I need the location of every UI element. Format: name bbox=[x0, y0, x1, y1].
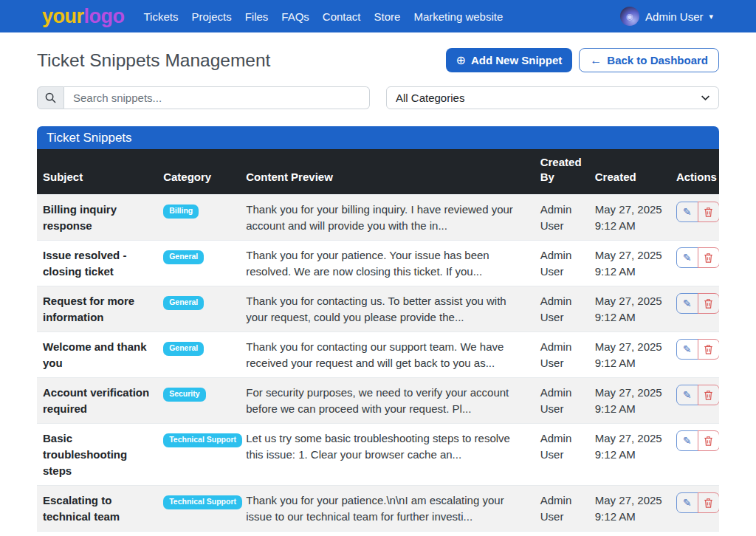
site-logo[interactable]: yourlogo bbox=[42, 5, 125, 28]
created-date: May 27, 2025 bbox=[595, 247, 664, 264]
col-actions: Actions bbox=[670, 149, 719, 195]
content-preview: Let us try some basic troubleshooting st… bbox=[240, 424, 534, 486]
nav-link-store[interactable]: Store bbox=[374, 10, 401, 23]
category-badge: General bbox=[163, 296, 204, 310]
table-row: Escalating to technical team Technical S… bbox=[37, 486, 719, 532]
nav-link-projects[interactable]: Projects bbox=[191, 10, 231, 23]
snippet-category-cell: Billing bbox=[157, 195, 240, 241]
nav-link-contact[interactable]: Contact bbox=[323, 10, 361, 23]
table-row: Billing inquiry response Billing Thank y… bbox=[37, 195, 719, 241]
user-name: Admin User bbox=[645, 10, 703, 23]
content-preview: For security purposes, we need to verify… bbox=[240, 378, 534, 424]
col-subject: Subject bbox=[37, 149, 157, 195]
user-avatar: ◉ bbox=[620, 7, 639, 26]
edit-button[interactable]: ✎ bbox=[676, 293, 698, 314]
delete-button[interactable] bbox=[698, 430, 719, 451]
created-date: May 27, 2025 bbox=[595, 202, 664, 218]
snippet-subject: Password reset instructions bbox=[37, 532, 157, 536]
table-row: Issue resolved - closing ticket General … bbox=[37, 241, 719, 286]
card-title: Ticket Snippets bbox=[37, 126, 719, 149]
snippet-subject: Request for more information bbox=[37, 286, 157, 332]
category-badge: Security bbox=[163, 388, 205, 402]
edit-button[interactable]: ✎ bbox=[676, 430, 698, 451]
back-to-dashboard-label: Back to Dashboard bbox=[607, 54, 708, 66]
delete-button[interactable] bbox=[698, 492, 719, 513]
delete-button[interactable] bbox=[698, 202, 719, 222]
created-by: Admin User bbox=[535, 532, 589, 536]
snippets-card: Ticket Snippets Subject Category Content… bbox=[37, 126, 719, 536]
snippet-category-cell: General bbox=[157, 241, 240, 286]
pencil-icon: ✎ bbox=[683, 389, 692, 401]
created-date: May 27, 2025 bbox=[595, 339, 664, 355]
actions-cell: ✎ bbox=[670, 486, 719, 532]
content-preview: Thank you for contacting us. To better a… bbox=[240, 286, 534, 332]
add-new-snippet-button[interactable]: ⊕ Add New Snippet bbox=[446, 48, 573, 72]
created-time: 9:12 AM bbox=[595, 218, 664, 234]
edit-button[interactable]: ✎ bbox=[676, 202, 698, 222]
back-to-dashboard-button[interactable]: ← Back to Dashboard bbox=[579, 48, 719, 72]
back-arrow-icon: ← bbox=[590, 55, 602, 66]
category-badge: General bbox=[163, 342, 204, 356]
snippet-subject: Issue resolved - closing ticket bbox=[37, 241, 157, 286]
created-date: May 27, 2025 bbox=[595, 492, 664, 509]
delete-button[interactable] bbox=[698, 247, 719, 268]
edit-button[interactable]: ✎ bbox=[676, 385, 698, 405]
content-preview: Thank you for your patience.\n\nI am esc… bbox=[240, 486, 534, 532]
snippet-category-cell: Security bbox=[157, 378, 240, 424]
snippet-category-cell: Technical Support bbox=[157, 424, 240, 486]
search-addon bbox=[37, 86, 64, 109]
created-time: 9:12 AM bbox=[595, 309, 664, 326]
pencil-icon: ✎ bbox=[683, 206, 692, 218]
plus-circle-icon: ⊕ bbox=[456, 55, 466, 66]
edit-button[interactable]: ✎ bbox=[676, 492, 698, 513]
col-category: Category bbox=[157, 149, 240, 195]
col-created: Created bbox=[589, 149, 670, 195]
pencil-icon: ✎ bbox=[683, 435, 692, 447]
created-at: May 27, 2025 9:12 AM bbox=[589, 532, 670, 536]
created-time: 9:12 AM bbox=[595, 264, 664, 280]
category-select[interactable]: All Categories bbox=[386, 86, 719, 109]
table-row: Request for more information General Tha… bbox=[37, 286, 719, 332]
created-time: 9:12 AM bbox=[595, 355, 664, 371]
page-title: Ticket Snippets Management bbox=[37, 50, 270, 71]
snippet-category-cell: General bbox=[157, 332, 240, 378]
table-row: Basic troubleshooting steps Technical Su… bbox=[37, 424, 719, 486]
nav-link-faqs[interactable]: FAQs bbox=[281, 10, 309, 23]
col-content-preview: Content Preview bbox=[240, 149, 534, 195]
delete-button[interactable] bbox=[698, 385, 719, 405]
user-menu[interactable]: ◉ Admin User ▾ bbox=[620, 7, 734, 26]
created-at: May 27, 2025 9:12 AM bbox=[589, 286, 670, 332]
search-input[interactable] bbox=[64, 86, 370, 109]
actions-cell: ✎ bbox=[670, 195, 719, 241]
search-icon bbox=[45, 92, 56, 103]
snippet-category-cell: General bbox=[157, 286, 240, 332]
col-created-by: Created By bbox=[535, 149, 589, 195]
edit-button[interactable]: ✎ bbox=[676, 247, 698, 268]
trash-icon bbox=[704, 344, 713, 354]
caret-down-icon: ▾ bbox=[709, 12, 713, 21]
created-at: May 27, 2025 9:12 AM bbox=[589, 424, 670, 486]
created-at: May 27, 2025 9:12 AM bbox=[589, 241, 670, 286]
created-time: 9:12 AM bbox=[595, 509, 664, 525]
actions-cell: ✎ bbox=[670, 332, 719, 378]
nav-link-marketing-website[interactable]: Marketing website bbox=[413, 10, 503, 23]
edit-button[interactable]: ✎ bbox=[676, 339, 698, 360]
snippets-table: Subject Category Content Preview Created… bbox=[37, 149, 719, 536]
snippet-subject: Billing inquiry response bbox=[37, 195, 157, 241]
created-by: Admin User bbox=[535, 332, 589, 378]
table-row: Welcome and thank you General Thank you … bbox=[37, 332, 719, 378]
nav-link-files[interactable]: Files bbox=[245, 10, 269, 23]
top-navbar: yourlogo Tickets Projects Files FAQs Con… bbox=[0, 0, 756, 32]
created-by: Admin User bbox=[535, 486, 589, 532]
delete-button[interactable] bbox=[698, 339, 719, 360]
nav-link-tickets[interactable]: Tickets bbox=[144, 10, 179, 23]
actions-cell: ✎ bbox=[670, 241, 719, 286]
search-group bbox=[37, 86, 370, 109]
created-at: May 27, 2025 9:12 AM bbox=[589, 378, 670, 424]
created-by: Admin User bbox=[535, 286, 589, 332]
delete-button[interactable] bbox=[698, 293, 719, 314]
snippet-subject: Account verification required bbox=[37, 378, 157, 424]
trash-icon bbox=[704, 436, 713, 446]
created-at: May 27, 2025 9:12 AM bbox=[589, 486, 670, 532]
actions-cell: ✎ bbox=[670, 378, 719, 424]
